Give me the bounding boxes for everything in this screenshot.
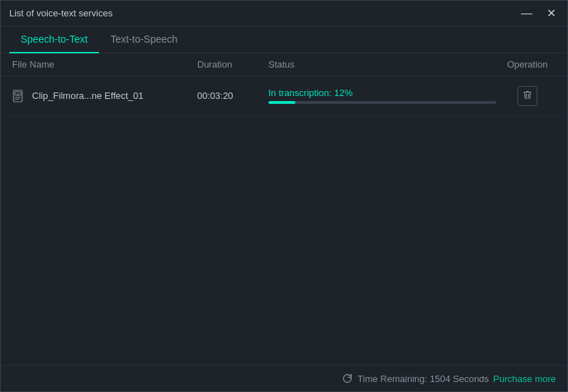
delete-button[interactable] xyxy=(517,86,537,106)
tab-speech-to-text[interactable]: Speech-to-Text xyxy=(9,26,99,53)
minimize-button[interactable]: — xyxy=(518,6,535,21)
status-text: In transcription: 12% xyxy=(268,88,499,98)
purchase-more-link[interactable]: Purchase more xyxy=(493,374,556,384)
table-row: Clip_Filmora...ne Effect_01 00:03:20 In … xyxy=(1,76,567,116)
tab-text-to-speech[interactable]: Text-to-Speech xyxy=(99,26,189,53)
window-title: List of voice-text services xyxy=(9,8,112,18)
trash-icon xyxy=(522,90,532,102)
table-body: Clip_Filmora...ne Effect_01 00:03:20 In … xyxy=(1,76,567,365)
table-header: File Name Duration Status Operation xyxy=(1,53,567,76)
progress-bar-fill xyxy=(268,101,295,104)
column-header-filename: File Name xyxy=(12,59,197,70)
column-header-operation: Operation xyxy=(499,59,556,70)
refresh-icon xyxy=(342,373,353,384)
status-cell: In transcription: 12% xyxy=(268,88,499,104)
file-name-text: Clip_Filmora...ne Effect_01 xyxy=(32,90,144,101)
footer: Time Remaining: 1504 Seconds Purchase mo… xyxy=(1,365,567,391)
operation-cell xyxy=(499,86,556,106)
file-video-icon xyxy=(12,89,26,103)
time-remaining-text: Time Remaining: 1504 Seconds xyxy=(357,374,489,384)
tab-bar: Speech-to-Text Text-to-Speech xyxy=(1,26,567,53)
file-name-cell: Clip_Filmora...ne Effect_01 xyxy=(12,89,197,103)
close-button[interactable]: ✕ xyxy=(544,6,559,21)
window-controls: — ✕ xyxy=(518,6,559,21)
duration-cell: 00:03:20 xyxy=(197,90,268,101)
progress-bar-container xyxy=(268,101,496,104)
title-bar: List of voice-text services — ✕ xyxy=(1,1,567,26)
column-header-status: Status xyxy=(268,59,499,70)
main-window: List of voice-text services — ✕ Speech-t… xyxy=(0,0,568,392)
column-header-duration: Duration xyxy=(197,59,268,70)
